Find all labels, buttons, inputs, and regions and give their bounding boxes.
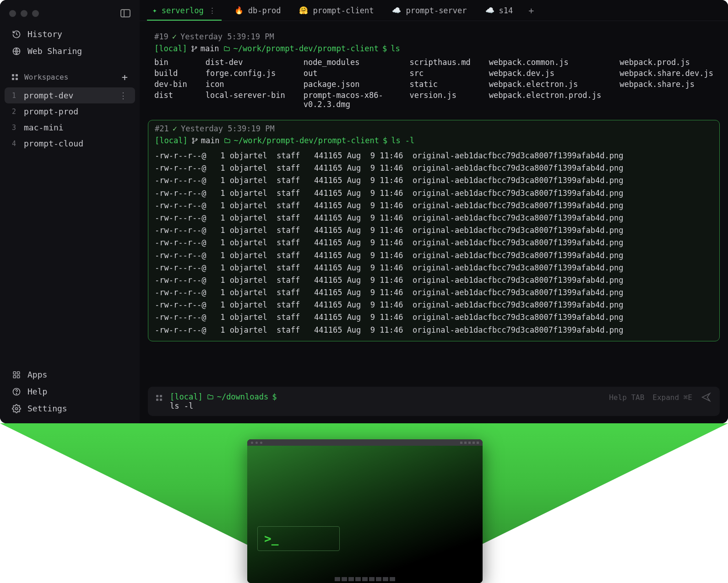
- send-icon[interactable]: [701, 392, 712, 402]
- check-icon: ✓: [172, 32, 177, 41]
- maximize-window-button[interactable]: [32, 10, 39, 17]
- command-input[interactable]: ls -l: [170, 401, 603, 410]
- command-block-21[interactable]: #21 ✓ Yesterday 5:39:19 PM [local] main …: [148, 120, 720, 341]
- workspace-item-mac-mini[interactable]: 3 mac-mini: [0, 119, 140, 135]
- workspaces-header: Workspaces +: [0, 59, 140, 87]
- ls-entry: webpack.common.js: [489, 58, 602, 67]
- command-input-bar[interactable]: [local] ~/downloads $ ls -l Help TAB Exp…: [148, 387, 720, 416]
- hint-expand: Expand ⌘E: [652, 393, 692, 402]
- hint-help: Help TAB: [609, 393, 644, 402]
- ls-entry: local-serever-bin: [206, 91, 285, 109]
- scope-label: [local]: [154, 44, 187, 53]
- sidebar-help-link[interactable]: Help: [0, 383, 140, 400]
- block-meta: #21 ✓ Yesterday 5:39:19 PM: [155, 122, 713, 135]
- ls-entry: webpack.dev.js: [489, 69, 602, 78]
- folder-icon: [206, 394, 214, 400]
- mini-prompt-box: >_: [257, 526, 340, 551]
- ls-entry: webpack.share.js: [619, 80, 713, 89]
- tab-label: prompt-server: [406, 6, 467, 15]
- svg-point-6: [16, 393, 16, 394]
- ls-l-output: -rw-r--r--@ 1 objartel staff 441165 Aug …: [155, 150, 713, 336]
- minimize-window-button[interactable]: [21, 10, 27, 17]
- svg-rect-3: [13, 375, 16, 378]
- mini-dock: [333, 575, 397, 583]
- ls-entry: webpack.prod.js: [619, 58, 713, 67]
- workspace-item-prompt-dev[interactable]: 1 prompt-dev⋮: [5, 87, 135, 103]
- add-tab-button[interactable]: +: [522, 5, 540, 16]
- tab-s14[interactable]: ☁️ s14: [476, 0, 522, 21]
- terminal-content: #19 ✓ Yesterday 5:39:19 PM [local] main …: [140, 21, 728, 387]
- tab-serverlog[interactable]: ✦ serverlog⋮: [143, 0, 225, 21]
- mini-terminal-window: >_: [247, 439, 483, 583]
- workspace-item-prompt-prod[interactable]: 2 prompt-prod: [0, 103, 140, 119]
- websharing-label: Web Sharing: [27, 46, 82, 56]
- mini-prompt-icon: >_: [264, 532, 278, 545]
- prompt-symbol: $: [272, 392, 277, 401]
- workspace-number: 4: [12, 140, 18, 148]
- svg-point-10: [195, 46, 196, 48]
- ls-entry: scripthaus.md: [410, 58, 471, 67]
- git-branch: main: [191, 136, 220, 145]
- ls-output: bindist-devnode_modulesscripthaus.mdwebp…: [154, 58, 713, 109]
- sidebar: History Web Sharing Workspaces + 1 promp…: [0, 0, 140, 423]
- ls-entry: node_modules: [304, 58, 391, 67]
- cwd-path: ~/work/prompt-dev/prompt-client: [223, 44, 379, 53]
- workspace-number: 1: [12, 92, 18, 100]
- globe-icon: [12, 47, 21, 56]
- ls-entry: prompt-macos-x86-v0.2.3.dmg: [304, 91, 391, 109]
- tab-prompt-server[interactable]: ☁️ prompt-server: [383, 0, 476, 21]
- sparkle-icon: ✦: [152, 6, 157, 15]
- scope-label: [local]: [155, 136, 188, 145]
- apps-label: Apps: [27, 370, 47, 379]
- workspace-item-prompt-cloud[interactable]: 4 prompt-cloud: [0, 135, 140, 151]
- close-window-button[interactable]: [9, 10, 16, 17]
- prompt-line: [local] main ~/work/prompt-dev/prompt-cl…: [154, 43, 713, 58]
- workspace-label: prompt-cloud: [24, 139, 83, 148]
- ls-entry: forge.config.js: [206, 69, 285, 78]
- sidebar-apps-link[interactable]: Apps: [0, 366, 140, 383]
- svg-rect-4: [17, 375, 20, 378]
- help-label: Help: [27, 387, 47, 396]
- input-grid-icon[interactable]: [156, 395, 163, 401]
- svg-point-11: [192, 138, 194, 139]
- branch-icon: [191, 137, 198, 145]
- git-branch: main: [191, 44, 219, 53]
- tab-prompt-client[interactable]: 🤗 prompt-client: [290, 0, 383, 21]
- tab-label: s14: [499, 6, 513, 15]
- workspace-menu-icon[interactable]: ⋮: [119, 91, 128, 100]
- prompt-symbol: $: [382, 44, 387, 53]
- workspace-label: prompt-dev: [24, 91, 73, 100]
- ls-entry: dist: [154, 91, 187, 109]
- ls-entry: icon: [206, 80, 285, 89]
- tab-db-prod[interactable]: 🔥 db-prod: [225, 0, 290, 21]
- svg-point-8: [192, 46, 193, 47]
- ls-entry: webpack.share.dev.js: [619, 69, 713, 78]
- folder-icon: [223, 137, 231, 144]
- window-controls: [0, 6, 140, 26]
- sidebar-toggle-icon[interactable]: [120, 9, 130, 17]
- sidebar-websharing-link[interactable]: Web Sharing: [0, 43, 140, 59]
- block-timestamp: Yesterday 5:39:19 PM: [181, 124, 275, 133]
- svg-rect-2: [17, 372, 20, 374]
- check-icon: ✓: [173, 124, 177, 133]
- add-workspace-button[interactable]: +: [122, 71, 128, 83]
- tab-label: db-prod: [248, 6, 281, 15]
- block-meta: #19 ✓ Yesterday 5:39:19 PM: [154, 30, 713, 43]
- svg-point-13: [196, 138, 197, 140]
- mini-body: >_: [247, 446, 483, 583]
- mini-titlebar: [247, 439, 483, 446]
- sidebar-settings-link[interactable]: Settings: [0, 400, 140, 417]
- ls-entry: webpack.electron.prod.js: [489, 91, 602, 109]
- cwd-path: ~/work/prompt-dev/prompt-client: [223, 136, 379, 145]
- ls-entry: bin: [154, 58, 187, 67]
- gear-icon: [12, 404, 21, 413]
- tab-menu-icon[interactable]: ⋮: [208, 6, 216, 15]
- workspaces-icon: [12, 74, 19, 80]
- workspace-label: mac-mini: [24, 123, 64, 132]
- command-block-19[interactable]: #19 ✓ Yesterday 5:39:19 PM [local] main …: [148, 28, 720, 113]
- sidebar-history-link[interactable]: History: [0, 26, 140, 43]
- footer-illustration: >_: [0, 423, 728, 583]
- folder-icon: [223, 45, 231, 52]
- ls-entry: version.js: [410, 91, 471, 109]
- fire-icon: 🔥: [234, 6, 244, 15]
